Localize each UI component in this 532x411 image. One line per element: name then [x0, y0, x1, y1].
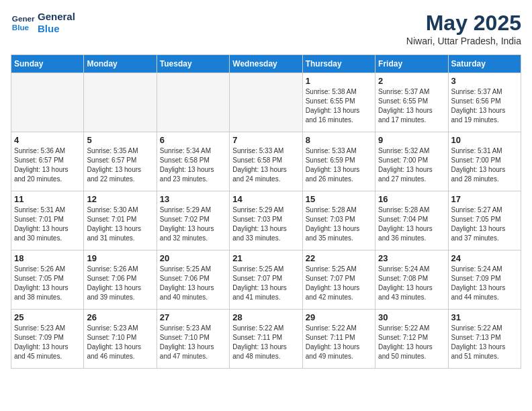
- logo-icon: General Blue: [11, 11, 35, 35]
- day-number: 17: [451, 194, 518, 204]
- week-row-3: 11Sunrise: 5:31 AM Sunset: 7:01 PM Dayli…: [11, 191, 521, 250]
- day-cell: 7Sunrise: 5:33 AM Sunset: 6:58 PM Daylig…: [230, 132, 302, 191]
- day-info: Sunrise: 5:33 AM Sunset: 6:59 PM Dayligh…: [306, 146, 372, 184]
- header-cell-wednesday: Wednesday: [230, 55, 302, 73]
- day-cell: 25Sunrise: 5:23 AM Sunset: 7:09 PM Dayli…: [11, 310, 84, 369]
- day-info: Sunrise: 5:31 AM Sunset: 7:01 PM Dayligh…: [14, 205, 81, 243]
- day-info: Sunrise: 5:29 AM Sunset: 7:03 PM Dayligh…: [232, 205, 299, 243]
- week-row-2: 4Sunrise: 5:36 AM Sunset: 6:57 PM Daylig…: [11, 132, 521, 191]
- day-cell: 3Sunrise: 5:37 AM Sunset: 6:56 PM Daylig…: [448, 73, 521, 132]
- day-cell: 30Sunrise: 5:22 AM Sunset: 7:12 PM Dayli…: [375, 310, 448, 369]
- day-info: Sunrise: 5:23 AM Sunset: 7:10 PM Dayligh…: [87, 324, 153, 361]
- day-number: 18: [14, 253, 81, 263]
- day-cell: 21Sunrise: 5:25 AM Sunset: 7:07 PM Dayli…: [230, 250, 302, 310]
- title-block: May 2025 Niwari, Uttar Pradesh, India: [406, 11, 521, 46]
- day-cell: 20Sunrise: 5:25 AM Sunset: 7:06 PM Dayli…: [157, 250, 229, 310]
- day-cell: [11, 73, 84, 132]
- header-cell-thursday: Thursday: [302, 55, 375, 73]
- day-info: Sunrise: 5:36 AM Sunset: 6:57 PM Dayligh…: [14, 146, 81, 184]
- day-cell: 16Sunrise: 5:28 AM Sunset: 7:04 PM Dayli…: [375, 191, 448, 250]
- header-row: SundayMondayTuesdayWednesdayThursdayFrid…: [11, 55, 521, 73]
- day-cell: 4Sunrise: 5:36 AM Sunset: 6:57 PM Daylig…: [11, 132, 84, 191]
- day-info: Sunrise: 5:33 AM Sunset: 6:58 PM Dayligh…: [232, 146, 299, 184]
- day-info: Sunrise: 5:34 AM Sunset: 6:58 PM Dayligh…: [160, 146, 226, 184]
- day-number: 14: [232, 194, 299, 204]
- day-number: 8: [306, 135, 372, 145]
- day-number: 24: [451, 253, 518, 263]
- day-number: 1: [306, 76, 372, 86]
- day-info: Sunrise: 5:25 AM Sunset: 7:07 PM Dayligh…: [232, 265, 299, 302]
- day-cell: 22Sunrise: 5:25 AM Sunset: 7:07 PM Dayli…: [302, 250, 375, 310]
- day-number: 25: [14, 312, 81, 322]
- day-info: Sunrise: 5:28 AM Sunset: 7:03 PM Dayligh…: [306, 205, 372, 243]
- day-cell: 8Sunrise: 5:33 AM Sunset: 6:59 PM Daylig…: [302, 132, 375, 191]
- calendar-header: SundayMondayTuesdayWednesdayThursdayFrid…: [11, 55, 521, 73]
- day-cell: 17Sunrise: 5:27 AM Sunset: 7:05 PM Dayli…: [448, 191, 521, 250]
- page-header: General Blue General Blue May 2025 Niwar…: [11, 11, 521, 46]
- day-number: 4: [14, 135, 81, 145]
- day-number: 22: [306, 253, 372, 263]
- day-info: Sunrise: 5:37 AM Sunset: 6:55 PM Dayligh…: [378, 87, 445, 125]
- day-cell: 2Sunrise: 5:37 AM Sunset: 6:55 PM Daylig…: [375, 73, 448, 132]
- day-cell: 11Sunrise: 5:31 AM Sunset: 7:01 PM Dayli…: [11, 191, 84, 250]
- day-number: 7: [232, 135, 299, 145]
- day-cell: 1Sunrise: 5:38 AM Sunset: 6:55 PM Daylig…: [302, 73, 375, 132]
- header-cell-friday: Friday: [375, 55, 448, 73]
- day-cell: 26Sunrise: 5:23 AM Sunset: 7:10 PM Dayli…: [84, 310, 157, 369]
- day-cell: 19Sunrise: 5:26 AM Sunset: 7:06 PM Dayli…: [84, 250, 157, 310]
- day-number: 15: [306, 194, 372, 204]
- location: Niwari, Uttar Pradesh, India: [406, 36, 521, 46]
- day-cell: 23Sunrise: 5:24 AM Sunset: 7:08 PM Dayli…: [375, 250, 448, 310]
- svg-text:Blue: Blue: [12, 23, 30, 32]
- day-number: 2: [378, 76, 445, 86]
- day-number: 10: [451, 135, 518, 145]
- day-number: 6: [160, 135, 226, 145]
- day-cell: 12Sunrise: 5:30 AM Sunset: 7:01 PM Dayli…: [84, 191, 157, 250]
- month-title: May 2025: [406, 11, 521, 36]
- day-cell: 14Sunrise: 5:29 AM Sunset: 7:03 PM Dayli…: [230, 191, 302, 250]
- day-cell: 24Sunrise: 5:24 AM Sunset: 7:09 PM Dayli…: [448, 250, 521, 310]
- day-info: Sunrise: 5:30 AM Sunset: 7:01 PM Dayligh…: [87, 205, 153, 243]
- day-info: Sunrise: 5:23 AM Sunset: 7:10 PM Dayligh…: [160, 324, 226, 361]
- day-number: 20: [160, 253, 226, 263]
- day-info: Sunrise: 5:27 AM Sunset: 7:05 PM Dayligh…: [451, 205, 518, 243]
- day-info: Sunrise: 5:22 AM Sunset: 7:11 PM Dayligh…: [232, 324, 299, 361]
- day-cell: 27Sunrise: 5:23 AM Sunset: 7:10 PM Dayli…: [157, 310, 229, 369]
- svg-text:General: General: [12, 14, 35, 23]
- header-cell-tuesday: Tuesday: [157, 55, 229, 73]
- day-cell: 29Sunrise: 5:22 AM Sunset: 7:11 PM Dayli…: [302, 310, 375, 369]
- day-number: 9: [378, 135, 445, 145]
- day-info: Sunrise: 5:32 AM Sunset: 7:00 PM Dayligh…: [378, 146, 445, 184]
- day-info: Sunrise: 5:28 AM Sunset: 7:04 PM Dayligh…: [378, 205, 445, 243]
- day-number: 19: [87, 253, 153, 263]
- day-cell: 18Sunrise: 5:26 AM Sunset: 7:05 PM Dayli…: [11, 250, 84, 310]
- day-info: Sunrise: 5:22 AM Sunset: 7:12 PM Dayligh…: [378, 324, 445, 361]
- day-cell: [157, 73, 229, 132]
- calendar-body: 1Sunrise: 5:38 AM Sunset: 6:55 PM Daylig…: [11, 73, 521, 369]
- day-info: Sunrise: 5:29 AM Sunset: 7:02 PM Dayligh…: [160, 205, 226, 243]
- day-cell: 31Sunrise: 5:22 AM Sunset: 7:13 PM Dayli…: [448, 310, 521, 369]
- day-number: 29: [306, 312, 372, 322]
- header-cell-sunday: Sunday: [11, 55, 84, 73]
- day-cell: 15Sunrise: 5:28 AM Sunset: 7:03 PM Dayli…: [302, 191, 375, 250]
- day-cell: 10Sunrise: 5:31 AM Sunset: 7:00 PM Dayli…: [448, 132, 521, 191]
- day-cell: [84, 73, 157, 132]
- header-cell-monday: Monday: [84, 55, 157, 73]
- day-cell: 9Sunrise: 5:32 AM Sunset: 7:00 PM Daylig…: [375, 132, 448, 191]
- day-number: 13: [160, 194, 226, 204]
- day-number: 27: [160, 312, 226, 322]
- day-number: 30: [378, 312, 445, 322]
- day-cell: 28Sunrise: 5:22 AM Sunset: 7:11 PM Dayli…: [230, 310, 302, 369]
- day-cell: 13Sunrise: 5:29 AM Sunset: 7:02 PM Dayli…: [157, 191, 229, 250]
- week-row-1: 1Sunrise: 5:38 AM Sunset: 6:55 PM Daylig…: [11, 73, 521, 132]
- logo: General Blue General Blue: [11, 11, 75, 35]
- logo-line1: General: [38, 11, 75, 23]
- day-number: 28: [232, 312, 299, 322]
- day-number: 5: [87, 135, 153, 145]
- day-info: Sunrise: 5:23 AM Sunset: 7:09 PM Dayligh…: [14, 324, 81, 361]
- day-number: 11: [14, 194, 81, 204]
- calendar-table: SundayMondayTuesdayWednesdayThursdayFrid…: [11, 54, 521, 369]
- day-number: 31: [451, 312, 518, 322]
- day-info: Sunrise: 5:25 AM Sunset: 7:06 PM Dayligh…: [160, 265, 226, 302]
- week-row-4: 18Sunrise: 5:26 AM Sunset: 7:05 PM Dayli…: [11, 250, 521, 310]
